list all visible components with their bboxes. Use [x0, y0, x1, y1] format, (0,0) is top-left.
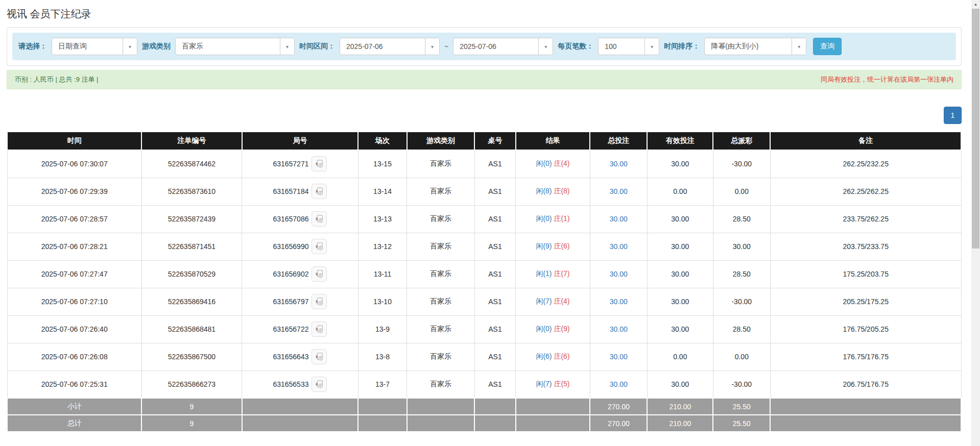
filter-panel: 请选择： 日期查询 ▾ 游戏类别 百家乐 ▾ 时间区间： 2025-07-06 …	[7, 27, 962, 66]
total-bet-link[interactable]: 30.00	[610, 270, 628, 278]
cell-game-type: 百家乐	[407, 343, 475, 370]
result-player: 闲(8)	[536, 187, 552, 195]
cell-result: 闲(7) 庄(5)	[516, 370, 590, 398]
page-size-value: 100	[599, 42, 644, 51]
game-type-value: 百家乐	[176, 42, 280, 51]
page-button-1[interactable]: 1	[944, 107, 962, 124]
page-size-select[interactable]: 100 ▾	[598, 38, 659, 55]
grand-total-row-table	[474, 415, 515, 432]
cell-table-no: AS1	[474, 370, 515, 398]
subtotal-row-round	[242, 398, 358, 415]
date-range-label: 时间区间：	[299, 42, 335, 51]
cell-game-type: 百家乐	[407, 205, 475, 233]
video-replay-icon[interactable]	[312, 321, 327, 337]
cell-table-no: AS1	[474, 288, 515, 315]
result-banker: 庄(7)	[554, 269, 569, 278]
grand-total-row-count: 9	[141, 415, 242, 432]
scroll-up-arrow-icon[interactable]: ▲	[971, 0, 980, 9]
cell-game-type: 百家乐	[407, 233, 475, 260]
time-sort-select[interactable]: 降幂(由大到小) ▾	[704, 38, 806, 55]
total-bet-link[interactable]: 30.00	[610, 187, 628, 195]
cell-round-id: 631656533	[242, 370, 358, 398]
date-from-value: 2025-07-06	[340, 42, 425, 51]
round-id-text: 631656990	[273, 242, 308, 251]
cell-payout: -30.00	[713, 150, 770, 178]
cell-time: 2025-07-06 07:26:40	[7, 315, 141, 343]
chevron-down-icon: ▾	[792, 38, 806, 55]
cell-session: 13-13	[358, 205, 407, 233]
cell-round-id: 631656797	[242, 288, 358, 315]
cell-payout: -30.00	[713, 288, 770, 315]
cell-table-no: AS1	[474, 150, 515, 178]
page-size-label: 每页笔数：	[558, 42, 593, 51]
cell-valid-bet: 30.00	[647, 370, 713, 398]
cell-remark: 233.75/262.25	[770, 205, 961, 233]
table-row: 2025-07-06 07:26:08522635867500631656643…	[7, 343, 961, 370]
cell-payout: -30.00	[713, 370, 770, 398]
date-to-select[interactable]: 2025-07-06 ▾	[453, 38, 553, 55]
cell-remark: 206.75/176.75	[770, 370, 961, 398]
subtotal-row-total-bet: 270.00	[590, 398, 647, 415]
cell-table-no: AS1	[474, 315, 515, 343]
result-player: 闲(7)	[536, 297, 552, 305]
cell-payout: 30.00	[713, 233, 770, 260]
round-id-text: 631657086	[273, 215, 308, 223]
round-id-text: 631656643	[273, 353, 308, 361]
cell-remark: 203.75/233.75	[770, 233, 961, 260]
column-header-4: 游戏类别	[407, 132, 475, 150]
grand-total-row-result	[516, 415, 590, 432]
video-replay-icon[interactable]	[312, 184, 327, 199]
video-replay-icon[interactable]	[312, 211, 327, 227]
total-bet-link[interactable]: 30.00	[610, 242, 628, 251]
game-type-select[interactable]: 百家乐 ▾	[175, 38, 295, 55]
cell-bet-id: 522635869416	[141, 288, 242, 315]
cell-game-type: 百家乐	[407, 178, 475, 205]
cell-round-id: 631656643	[242, 343, 358, 370]
video-replay-icon[interactable]	[312, 294, 327, 309]
total-bet-link[interactable]: 30.00	[610, 298, 628, 306]
cell-payout: 28.50	[713, 260, 770, 288]
cell-time: 2025-07-06 07:26:08	[7, 343, 141, 370]
cell-result: 闲(7) 庄(4)	[516, 288, 590, 315]
total-bet-link[interactable]: 30.00	[610, 160, 628, 168]
grand-total-row-payout: 25.50	[713, 415, 770, 432]
cell-session: 13-12	[358, 233, 407, 260]
cell-time: 2025-07-06 07:28:57	[7, 205, 141, 233]
cell-payout: 0.00	[713, 343, 770, 370]
cell-bet-id: 522635866273	[141, 370, 242, 398]
total-bet-link[interactable]: 30.00	[610, 380, 628, 388]
cell-bet-id: 522635874462	[141, 150, 242, 178]
total-bet-link[interactable]: 30.00	[610, 215, 628, 223]
column-header-3: 场次	[358, 132, 407, 150]
table-row: 2025-07-06 07:27:10522635869416631656797…	[7, 288, 961, 315]
video-replay-icon[interactable]	[312, 156, 327, 171]
cell-round-id: 631656902	[242, 260, 358, 288]
filter-bar: 请选择： 日期查询 ▾ 游戏类别 百家乐 ▾ 时间区间： 2025-07-06 …	[12, 33, 956, 60]
cell-round-id: 631657271	[242, 150, 358, 178]
game-type-label: 游戏类别	[142, 42, 171, 51]
cell-game-type: 百家乐	[407, 370, 475, 398]
column-header-5: 桌号	[474, 132, 515, 150]
video-replay-icon[interactable]	[312, 266, 327, 282]
result-player: 闲(0)	[536, 325, 552, 333]
video-replay-icon[interactable]	[312, 377, 327, 392]
cell-time: 2025-07-06 07:27:10	[7, 288, 141, 315]
chevron-down-icon: ▾	[538, 38, 553, 55]
chevron-down-icon: ▾	[644, 38, 659, 55]
total-bet-link[interactable]: 30.00	[610, 325, 628, 333]
grand-total-row-valid-bet: 210.00	[647, 415, 713, 432]
cell-table-no: AS1	[474, 260, 515, 288]
subtotal-row-count: 9	[141, 398, 242, 415]
query-mode-select[interactable]: 日期查询 ▾	[52, 38, 137, 55]
subtotal-row: 小计9270.00210.0025.50	[7, 398, 961, 415]
scrollbar[interactable]: ▲	[971, 0, 980, 446]
cell-result: 闲(0) 庄(1)	[516, 205, 590, 233]
cell-total-bet: 30.00	[590, 233, 647, 260]
video-replay-icon[interactable]	[312, 349, 327, 364]
scrollbar-thumb[interactable]	[972, 9, 979, 249]
table-row: 2025-07-06 07:30:07522635874462631657271…	[7, 150, 961, 178]
video-replay-icon[interactable]	[312, 239, 327, 254]
search-button[interactable]: 查询	[813, 38, 842, 55]
date-from-select[interactable]: 2025-07-06 ▾	[340, 38, 440, 55]
total-bet-link[interactable]: 30.00	[610, 353, 628, 361]
